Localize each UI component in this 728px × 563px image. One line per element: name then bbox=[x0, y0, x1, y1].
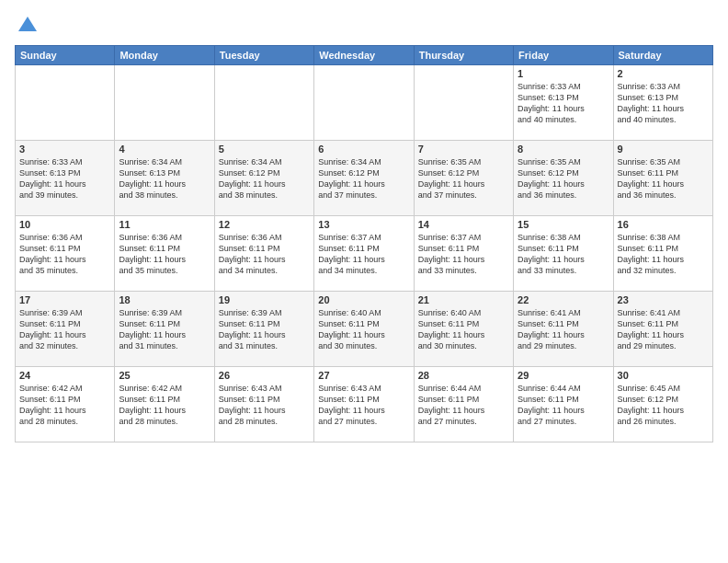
day-number: 25 bbox=[119, 370, 210, 381]
day-number: 7 bbox=[418, 144, 509, 155]
day-number: 26 bbox=[219, 370, 310, 381]
calendar-cell: 21Sunrise: 6:40 AM Sunset: 6:11 PM Dayli… bbox=[414, 291, 513, 366]
logo bbox=[15, 15, 39, 38]
day-info: Sunrise: 6:36 AM Sunset: 6:11 PM Dayligh… bbox=[119, 232, 210, 277]
calendar-cell: 27Sunrise: 6:43 AM Sunset: 6:11 PM Dayli… bbox=[314, 366, 414, 442]
day-number: 27 bbox=[318, 370, 409, 381]
calendar-cell: 17Sunrise: 6:39 AM Sunset: 6:11 PM Dayli… bbox=[16, 291, 115, 366]
day-number: 5 bbox=[219, 144, 310, 155]
day-info: Sunrise: 6:36 AM Sunset: 6:11 PM Dayligh… bbox=[19, 232, 110, 277]
day-info: Sunrise: 6:34 AM Sunset: 6:12 PM Dayligh… bbox=[219, 156, 310, 201]
day-number: 10 bbox=[19, 219, 110, 230]
calendar-cell: 24Sunrise: 6:42 AM Sunset: 6:11 PM Dayli… bbox=[16, 366, 115, 442]
day-header-sunday: Sunday bbox=[16, 45, 115, 64]
day-info: Sunrise: 6:39 AM Sunset: 6:11 PM Dayligh… bbox=[19, 307, 110, 352]
day-info: Sunrise: 6:34 AM Sunset: 6:12 PM Dayligh… bbox=[318, 156, 409, 201]
day-info: Sunrise: 6:38 AM Sunset: 6:11 PM Dayligh… bbox=[518, 232, 609, 277]
calendar-cell: 22Sunrise: 6:41 AM Sunset: 6:11 PM Dayli… bbox=[514, 291, 613, 366]
day-info: Sunrise: 6:36 AM Sunset: 6:11 PM Dayligh… bbox=[219, 232, 310, 277]
week-row-1: 3Sunrise: 6:33 AM Sunset: 6:13 PM Daylig… bbox=[16, 140, 713, 215]
logo-text bbox=[15, 15, 39, 38]
day-number: 20 bbox=[318, 294, 409, 305]
day-info: Sunrise: 6:39 AM Sunset: 6:11 PM Dayligh… bbox=[119, 307, 210, 352]
calendar-cell bbox=[314, 64, 414, 140]
day-number: 11 bbox=[119, 219, 210, 230]
day-number: 24 bbox=[19, 370, 110, 381]
day-info: Sunrise: 6:33 AM Sunset: 6:13 PM Dayligh… bbox=[19, 156, 110, 201]
calendar-cell: 18Sunrise: 6:39 AM Sunset: 6:11 PM Dayli… bbox=[115, 291, 214, 366]
calendar-cell: 13Sunrise: 6:37 AM Sunset: 6:11 PM Dayli… bbox=[314, 215, 414, 291]
page: SundayMondayTuesdayWednesdayThursdayFrid… bbox=[0, 0, 728, 563]
calendar-cell: 20Sunrise: 6:40 AM Sunset: 6:11 PM Dayli… bbox=[314, 291, 414, 366]
day-number: 12 bbox=[219, 219, 310, 230]
day-info: Sunrise: 6:40 AM Sunset: 6:11 PM Dayligh… bbox=[418, 307, 509, 352]
day-number: 6 bbox=[318, 144, 409, 155]
calendar-cell: 26Sunrise: 6:43 AM Sunset: 6:11 PM Dayli… bbox=[214, 366, 313, 442]
day-header-tuesday: Tuesday bbox=[214, 45, 313, 64]
calendar-header-row: SundayMondayTuesdayWednesdayThursdayFrid… bbox=[16, 45, 713, 64]
calendar-cell bbox=[115, 64, 214, 140]
day-number: 28 bbox=[418, 370, 509, 381]
day-number: 30 bbox=[618, 370, 709, 381]
calendar-cell: 2Sunrise: 6:33 AM Sunset: 6:13 PM Daylig… bbox=[613, 64, 712, 140]
calendar-cell: 11Sunrise: 6:36 AM Sunset: 6:11 PM Dayli… bbox=[115, 215, 214, 291]
header bbox=[15, 15, 713, 38]
svg-marker-0 bbox=[18, 17, 37, 31]
day-number: 2 bbox=[618, 68, 709, 79]
day-info: Sunrise: 6:44 AM Sunset: 6:11 PM Dayligh… bbox=[418, 383, 509, 428]
calendar-cell: 6Sunrise: 6:34 AM Sunset: 6:12 PM Daylig… bbox=[314, 140, 414, 215]
calendar-cell: 29Sunrise: 6:44 AM Sunset: 6:11 PM Dayli… bbox=[514, 366, 613, 442]
day-info: Sunrise: 6:38 AM Sunset: 6:11 PM Dayligh… bbox=[618, 232, 709, 277]
day-info: Sunrise: 6:39 AM Sunset: 6:11 PM Dayligh… bbox=[219, 307, 310, 352]
day-info: Sunrise: 6:35 AM Sunset: 6:11 PM Dayligh… bbox=[618, 156, 709, 201]
calendar: SundayMondayTuesdayWednesdayThursdayFrid… bbox=[15, 45, 713, 442]
calendar-cell: 12Sunrise: 6:36 AM Sunset: 6:11 PM Dayli… bbox=[214, 215, 313, 291]
week-row-3: 17Sunrise: 6:39 AM Sunset: 6:11 PM Dayli… bbox=[16, 291, 713, 366]
day-number: 19 bbox=[219, 294, 310, 305]
calendar-cell: 14Sunrise: 6:37 AM Sunset: 6:11 PM Dayli… bbox=[414, 215, 513, 291]
day-info: Sunrise: 6:45 AM Sunset: 6:12 PM Dayligh… bbox=[618, 383, 709, 428]
week-row-0: 1Sunrise: 6:33 AM Sunset: 6:13 PM Daylig… bbox=[16, 64, 713, 140]
day-number: 13 bbox=[318, 219, 409, 230]
day-info: Sunrise: 6:44 AM Sunset: 6:11 PM Dayligh… bbox=[518, 383, 609, 428]
calendar-cell: 1Sunrise: 6:33 AM Sunset: 6:13 PM Daylig… bbox=[514, 64, 613, 140]
day-number: 3 bbox=[19, 144, 110, 155]
day-info: Sunrise: 6:34 AM Sunset: 6:13 PM Dayligh… bbox=[119, 156, 210, 201]
day-info: Sunrise: 6:33 AM Sunset: 6:13 PM Dayligh… bbox=[618, 81, 709, 126]
calendar-cell: 5Sunrise: 6:34 AM Sunset: 6:12 PM Daylig… bbox=[214, 140, 313, 215]
day-info: Sunrise: 6:35 AM Sunset: 6:12 PM Dayligh… bbox=[418, 156, 509, 201]
day-number: 23 bbox=[618, 294, 709, 305]
day-number: 21 bbox=[418, 294, 509, 305]
day-number: 17 bbox=[19, 294, 110, 305]
calendar-cell: 8Sunrise: 6:35 AM Sunset: 6:12 PM Daylig… bbox=[514, 140, 613, 215]
day-info: Sunrise: 6:43 AM Sunset: 6:11 PM Dayligh… bbox=[318, 383, 409, 428]
week-row-4: 24Sunrise: 6:42 AM Sunset: 6:11 PM Dayli… bbox=[16, 366, 713, 442]
calendar-cell: 23Sunrise: 6:41 AM Sunset: 6:11 PM Dayli… bbox=[613, 291, 712, 366]
calendar-cell: 25Sunrise: 6:42 AM Sunset: 6:11 PM Dayli… bbox=[115, 366, 214, 442]
day-number: 15 bbox=[518, 219, 609, 230]
calendar-cell: 16Sunrise: 6:38 AM Sunset: 6:11 PM Dayli… bbox=[613, 215, 712, 291]
day-header-saturday: Saturday bbox=[613, 45, 712, 64]
day-header-thursday: Thursday bbox=[414, 45, 513, 64]
calendar-cell: 19Sunrise: 6:39 AM Sunset: 6:11 PM Dayli… bbox=[214, 291, 313, 366]
day-number: 8 bbox=[518, 144, 609, 155]
day-number: 29 bbox=[518, 370, 609, 381]
day-number: 18 bbox=[119, 294, 210, 305]
calendar-cell: 7Sunrise: 6:35 AM Sunset: 6:12 PM Daylig… bbox=[414, 140, 513, 215]
day-info: Sunrise: 6:33 AM Sunset: 6:13 PM Dayligh… bbox=[518, 81, 609, 126]
day-info: Sunrise: 6:35 AM Sunset: 6:12 PM Dayligh… bbox=[518, 156, 609, 201]
day-info: Sunrise: 6:42 AM Sunset: 6:11 PM Dayligh… bbox=[119, 383, 210, 428]
day-header-friday: Friday bbox=[514, 45, 613, 64]
logo-icon bbox=[17, 15, 39, 33]
day-info: Sunrise: 6:43 AM Sunset: 6:11 PM Dayligh… bbox=[219, 383, 310, 428]
week-row-2: 10Sunrise: 6:36 AM Sunset: 6:11 PM Dayli… bbox=[16, 215, 713, 291]
day-number: 14 bbox=[418, 219, 509, 230]
calendar-cell: 4Sunrise: 6:34 AM Sunset: 6:13 PM Daylig… bbox=[115, 140, 214, 215]
day-info: Sunrise: 6:37 AM Sunset: 6:11 PM Dayligh… bbox=[318, 232, 409, 277]
calendar-cell bbox=[214, 64, 313, 140]
day-info: Sunrise: 6:40 AM Sunset: 6:11 PM Dayligh… bbox=[318, 307, 409, 352]
calendar-cell bbox=[16, 64, 115, 140]
calendar-cell: 10Sunrise: 6:36 AM Sunset: 6:11 PM Dayli… bbox=[16, 215, 115, 291]
day-number: 4 bbox=[119, 144, 210, 155]
calendar-cell: 3Sunrise: 6:33 AM Sunset: 6:13 PM Daylig… bbox=[16, 140, 115, 215]
